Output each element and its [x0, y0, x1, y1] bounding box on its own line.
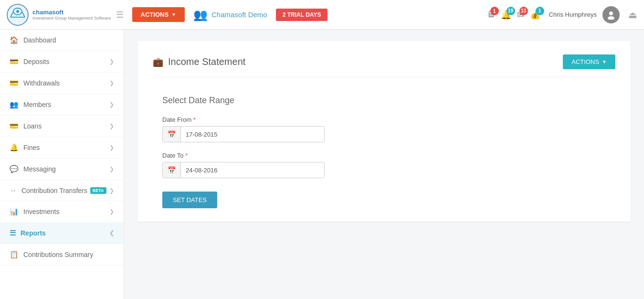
topbar-right: 🖥 1 🔔 19 ✉ 13 💰 1 Chris Humphreys ⏏	[486, 6, 637, 23]
svg-point-5	[16, 10, 19, 13]
actions-button-page[interactable]: ACTIONS ▼	[563, 54, 615, 69]
date-to-calendar-button[interactable]: 📅	[163, 162, 181, 178]
date-to-input[interactable]	[181, 163, 324, 178]
investments-icon: 📊	[10, 207, 19, 216]
notif-mail[interactable]: ✉ 13	[517, 10, 524, 20]
chevron-transfers-icon: ❯	[109, 187, 114, 194]
sidebar-item-messaging[interactable]: 💬 Messaging ❯	[0, 159, 124, 180]
section-title: Select Date Range	[162, 96, 615, 106]
page-title: Income Statement	[168, 56, 245, 67]
reports-icon: ☰	[10, 229, 16, 237]
chevron-deposits-icon: ❯	[109, 58, 114, 65]
sidebar-item-reports[interactable]: ☰ Reports ❮	[0, 223, 124, 244]
actions-button-top[interactable]: ACTIONS ▼	[132, 7, 185, 22]
main-content: 💼 Income Statement ACTIONS ▼ Select Date…	[124, 30, 644, 299]
logo-name: chamasoft	[32, 9, 111, 16]
sidebar-item-deposits[interactable]: 💳 Deposits ❯	[0, 51, 124, 73]
notif-screen[interactable]: 🖥 1	[486, 10, 495, 20]
chevron-withdrawals-icon: ❯	[109, 80, 114, 86]
home-icon: 🏠	[10, 36, 19, 44]
sidebar-item-fines[interactable]: 🔔 Fines ❯	[0, 137, 124, 159]
sidebar-item-contribution-transfers[interactable]: ↔ Contribution Transfers BETA ❯	[0, 180, 124, 201]
logo-icon	[7, 4, 29, 26]
chevron-fines-icon: ❯	[109, 144, 114, 151]
date-range-section: Select Date Range Date From * 📅	[153, 91, 615, 208]
date-from-input[interactable]	[181, 127, 324, 142]
notif-money[interactable]: 💰 1	[530, 10, 540, 20]
transfers-icon: ↔	[10, 186, 17, 194]
sidebar-item-withdrawals[interactable]: 💳 Withdrawals ❯	[0, 73, 124, 94]
messaging-icon: 💬	[10, 165, 19, 173]
sidebar-item-investments[interactable]: 📊 Investments ❯	[0, 201, 124, 223]
date-from-input-group: 📅	[162, 126, 325, 142]
sidebar: 🏠 Dashboard 💳 Deposits ❯ 💳 Withdrawals ❯…	[0, 30, 124, 299]
date-from-label: Date From *	[162, 116, 615, 123]
group-name: Chamasoft Demo	[211, 11, 267, 19]
logo-area: chamasoft Investment Group Management So…	[7, 4, 111, 26]
bell-badge: 19	[507, 7, 515, 15]
svg-point-6	[609, 11, 613, 15]
mail-badge: 13	[519, 7, 528, 15]
contributions-summary-icon: 📋	[10, 250, 19, 259]
sidebar-item-dashboard[interactable]: 🏠 Dashboard	[0, 30, 124, 51]
date-to-required: *	[185, 152, 188, 159]
logout-icon[interactable]: ⏏	[628, 9, 637, 21]
calendar-from-icon: 📅	[168, 130, 176, 138]
avatar[interactable]	[602, 6, 620, 23]
hamburger-icon[interactable]: ☰	[116, 10, 124, 20]
svg-point-7	[608, 16, 614, 20]
date-to-label: Date To *	[162, 152, 615, 159]
set-dates-button[interactable]: SET DATES	[162, 192, 217, 208]
actions-page-arrow-icon: ▼	[602, 59, 607, 64]
deposits-icon: 💳	[10, 57, 19, 66]
group-icon: 👥	[193, 8, 208, 21]
chevron-investments-icon: ❯	[109, 208, 114, 215]
beta-badge: BETA	[90, 187, 106, 194]
date-to-group: Date To * 📅	[162, 152, 615, 178]
date-to-input-group: 📅	[162, 162, 325, 178]
user-name: Chris Humphreys	[549, 11, 597, 18]
logo-subtitle: Investment Group Management Software	[32, 16, 111, 21]
screen-badge: 1	[490, 7, 499, 15]
money-badge: 1	[536, 7, 544, 15]
fines-icon: 🔔	[10, 143, 19, 152]
date-from-required: *	[193, 116, 196, 123]
date-from-group: Date From * 📅	[162, 116, 615, 142]
withdrawals-icon: 💳	[10, 79, 19, 87]
loans-icon: 💳	[10, 122, 19, 130]
page-card: 💼 Income Statement ACTIONS ▼ Select Date…	[137, 41, 631, 222]
chevron-messaging-icon: ❯	[109, 166, 114, 172]
logo-text-area: chamasoft Investment Group Management So…	[32, 9, 111, 21]
chevron-loans-icon: ❯	[109, 123, 114, 129]
date-from-calendar-button[interactable]: 📅	[163, 127, 181, 142]
page-header: 💼 Income Statement ACTIONS ▼	[153, 54, 615, 77]
calendar-to-icon: 📅	[168, 166, 176, 174]
actions-arrow-icon: ▼	[171, 12, 176, 17]
sidebar-item-members[interactable]: 👥 Members ❯	[0, 94, 124, 116]
chevron-members-icon: ❯	[109, 101, 114, 108]
members-icon: 👥	[10, 100, 19, 109]
chevron-reports-icon: ❮	[109, 230, 114, 236]
sidebar-item-loans[interactable]: 💳 Loans ❯	[0, 116, 124, 137]
sidebar-item-contributions-summary[interactable]: 📋 Contributions Summary	[0, 244, 124, 266]
trial-badge: 2 TRIAL DAYS	[276, 9, 328, 21]
briefcase-icon: 💼	[153, 57, 163, 67]
layout: 🏠 Dashboard 💳 Deposits ❯ 💳 Withdrawals ❯…	[0, 30, 644, 299]
notif-bell[interactable]: 🔔 19	[501, 10, 511, 20]
page-title-area: 💼 Income Statement	[153, 56, 245, 67]
topbar: chamasoft Investment Group Management So…	[0, 0, 644, 30]
